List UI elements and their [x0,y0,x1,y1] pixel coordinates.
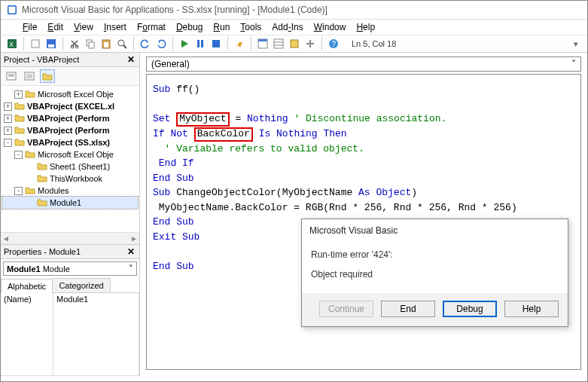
view-excel-icon[interactable]: X [5,37,19,50]
svg-rect-17 [212,40,220,47]
tree-node[interactable]: Module1 [2,197,138,209]
tree-expand-icon[interactable]: + [4,127,12,135]
tree-expand-icon[interactable]: - [14,187,23,195]
code-line[interactable]: Sub ChangeObjectColor(MyObjectName As Ob… [153,185,574,200]
tab-alphabetic[interactable]: Alphabetic [1,279,53,293]
tree-node[interactable]: -Modules [2,185,138,197]
tree-label: Module1 [50,198,81,207]
code-line[interactable]: End If [153,156,574,171]
tree-node[interactable]: Sheet1 (Sheet1) [2,160,138,173]
chevron-down-icon: ˅ [129,264,133,274]
tree-node[interactable]: +VBAProject (Perform [2,124,138,136]
menu-file[interactable]: File [17,20,42,35]
view-code-icon[interactable] [4,69,19,83]
code-object-dropdown[interactable]: (General) ˅ [146,57,581,72]
run-icon[interactable] [178,37,191,50]
properties-panel-title: Properties - Module1 [4,247,81,256]
tree-label: Microsoft Excel Obje [38,90,114,99]
code-line[interactable] [153,97,574,112]
tree-node[interactable]: +VBAProject (Perform [2,112,138,124]
help-icon[interactable]: ? [327,37,340,50]
find-icon[interactable] [115,37,129,50]
properties-icon[interactable] [272,37,285,50]
reset-icon[interactable] [209,37,223,50]
tree-node[interactable]: +VBAProject (EXCEL.xl [2,100,138,112]
tree-expand-icon[interactable]: + [14,90,23,99]
menu-view[interactable]: View [69,20,99,35]
menu-debug[interactable]: Debug [171,20,208,35]
cut-icon[interactable] [68,37,81,50]
tab-categorized[interactable]: Categorized [52,278,110,292]
tree-node[interactable]: ThisWorkbook [2,173,138,185]
tree-label: Sheet1 (Sheet1) [50,162,110,171]
tree-label: VBAProject (Perform [27,126,109,135]
tree-expand-icon[interactable]: - [14,151,23,159]
tree-expand-icon[interactable]: + [4,115,12,123]
tree-item-icon [37,173,47,184]
svg-rect-19 [258,39,267,41]
dialog-error-code: Run-time error '424': [311,249,559,260]
menu-tools[interactable]: Tools [235,20,267,35]
svg-line-14 [123,45,126,48]
dialog-help-button[interactable]: Help [504,301,559,317]
redo-icon[interactable] [154,37,168,50]
project-panel-title: Project - VBAProject [4,55,79,64]
code-line[interactable]: Set MyObject = Nothing ' Discontinue ass… [153,112,574,127]
code-line[interactable]: ' Variable refers to valid object. [153,142,574,157]
tree-item-icon [14,113,25,124]
dialog-end-button[interactable]: End [381,301,435,317]
menu-add-ins[interactable]: Add-Ins [267,20,308,35]
paste-icon[interactable] [99,37,113,50]
tree-item-icon [14,125,25,136]
menu-run[interactable]: Run [208,20,235,35]
dialog-title: Microsoft Visual Basic [302,219,568,242]
toggle-folders-icon[interactable] [40,69,55,83]
dialog-debug-button[interactable]: Debug [443,301,497,317]
save-icon[interactable] [44,37,58,50]
code-line[interactable]: If Not BackColor Is Nothing Then [153,127,574,142]
tree-label: VBAProject (SS.xlsx) [27,138,110,147]
svg-text:X: X [9,41,14,48]
break-icon[interactable] [193,37,207,50]
properties-tabs: Alphabetic Categorized [1,278,139,293]
insert-module-icon[interactable] [29,37,42,50]
tree-expand-icon[interactable]: + [4,102,12,111]
toolbox-icon[interactable] [303,37,317,50]
project-panel-close-icon[interactable]: ✕ [126,54,136,65]
project-panel-header: Project - VBAProject ✕ [1,53,139,67]
tree-label: Modules [38,186,69,195]
properties-panel-header: Properties - Module1 ✕ [1,245,139,259]
code-line[interactable]: Sub ff() [153,82,574,97]
menu-window[interactable]: Window [309,20,352,35]
code-line[interactable]: End Sub [153,171,574,186]
code-line[interactable]: MyObjectName.BackColor = RGB(Rnd * 256, … [153,200,574,215]
project-horizontal-scrollbar[interactable]: ◄► [1,232,139,244]
tree-node[interactable]: -Microsoft Excel Obje [2,148,138,160]
object-browser-icon[interactable] [288,37,301,50]
menu-edit[interactable]: Edit [42,20,69,35]
menu-format[interactable]: Format [132,20,171,35]
project-tree[interactable]: +Microsoft Excel Obje+VBAProject (EXCEL.… [1,86,139,232]
design-mode-icon[interactable] [233,37,246,50]
svg-rect-20 [274,39,283,48]
toolbar: X ? Ln 5, Col 18 ▾ [1,35,587,53]
toolbar-overflow-icon[interactable]: ▾ [569,39,583,49]
project-explorer-icon[interactable] [256,37,270,50]
window-titlebar: Microsoft Visual Basic for Applications … [1,1,587,20]
svg-rect-15 [197,40,200,47]
properties-panel-close-icon[interactable]: ✕ [126,246,136,257]
menu-help[interactable]: Help [351,20,380,35]
tree-node[interactable]: +Microsoft Excel Obje [2,88,138,100]
property-value[interactable]: Module1 [53,293,139,376]
svg-rect-1 [9,7,16,14]
svg-text:?: ? [332,40,337,48]
properties-object-dropdown[interactable]: Module1 Module ˅ [3,261,137,276]
copy-icon[interactable] [84,37,97,50]
view-object-icon[interactable] [22,69,37,83]
tree-expand-icon[interactable]: - [4,139,12,147]
tree-node[interactable]: -VBAProject (SS.xlsx) [2,136,138,148]
undo-icon[interactable] [139,37,152,50]
properties-grid[interactable]: (Name) Module1 [1,293,139,376]
tree-item-icon [25,149,35,160]
menu-insert[interactable]: Insert [99,20,132,35]
